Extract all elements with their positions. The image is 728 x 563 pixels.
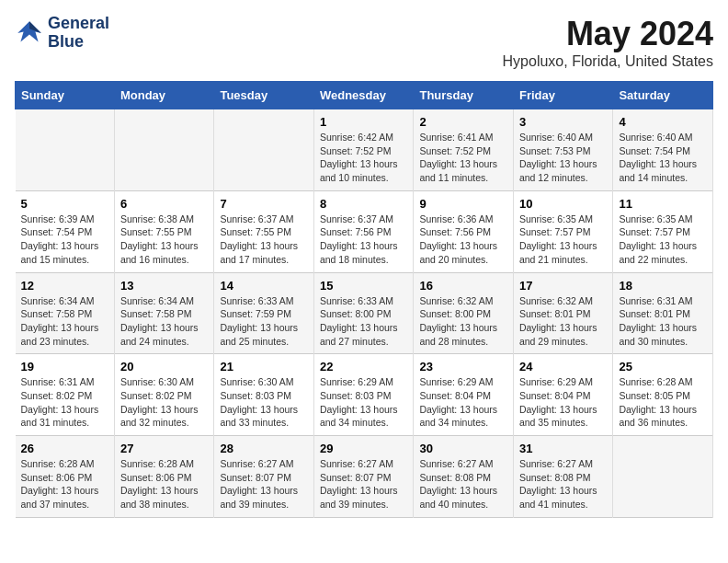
day-info: Sunrise: 6:30 AM Sunset: 8:02 PM Dayligh… [120, 375, 209, 430]
page-title: May 2024 [503, 15, 713, 53]
day-info: Sunrise: 6:32 AM Sunset: 8:01 PM Dayligh… [519, 294, 608, 349]
calendar-cell: 18Sunrise: 6:31 AM Sunset: 8:01 PM Dayli… [613, 272, 713, 354]
day-info: Sunrise: 6:33 AM Sunset: 8:00 PM Dayligh… [320, 294, 408, 349]
day-number: 5 [21, 197, 108, 211]
day-number: 16 [419, 279, 507, 293]
day-info: Sunrise: 6:27 AM Sunset: 8:08 PM Dayligh… [419, 457, 507, 511]
day-info: Sunrise: 6:34 AM Sunset: 7:58 PM Dayligh… [21, 294, 108, 349]
calendar-cell: 12Sunrise: 6:34 AM Sunset: 7:58 PM Dayli… [16, 272, 115, 354]
calendar-cell [114, 109, 214, 191]
calendar-week-row: 12Sunrise: 6:34 AM Sunset: 7:58 PM Dayli… [16, 272, 713, 354]
calendar-cell: 1Sunrise: 6:42 AM Sunset: 7:52 PM Daylig… [313, 109, 414, 191]
day-info: Sunrise: 6:36 AM Sunset: 7:56 PM Dayligh… [419, 213, 507, 267]
calendar-week-row: 19Sunrise: 6:31 AM Sunset: 8:02 PM Dayli… [16, 354, 713, 436]
day-number: 12 [21, 279, 108, 293]
calendar-cell: 30Sunrise: 6:27 AM Sunset: 8:08 PM Dayli… [414, 436, 514, 518]
calendar-cell: 13Sunrise: 6:34 AM Sunset: 7:58 PM Dayli… [114, 272, 214, 354]
calendar-cell: 15Sunrise: 6:33 AM Sunset: 8:00 PM Dayli… [313, 272, 414, 354]
day-info: Sunrise: 6:42 AM Sunset: 7:52 PM Dayligh… [320, 131, 408, 185]
calendar-cell [613, 436, 713, 518]
page-subtitle: Hypoluxo, Florida, United States [503, 53, 713, 70]
weekday-header-wednesday: Wednesday [313, 82, 414, 109]
logo-icon [15, 18, 44, 48]
weekday-header-sunday: Sunday [16, 82, 115, 109]
calendar-cell: 14Sunrise: 6:33 AM Sunset: 7:59 PM Dayli… [214, 272, 314, 354]
calendar-cell: 24Sunrise: 6:29 AM Sunset: 8:04 PM Dayli… [513, 354, 613, 436]
day-number: 30 [419, 442, 507, 455]
calendar-cell: 22Sunrise: 6:29 AM Sunset: 8:03 PM Dayli… [313, 354, 414, 436]
day-info: Sunrise: 6:34 AM Sunset: 7:58 PM Dayligh… [120, 294, 209, 349]
calendar-week-row: 5Sunrise: 6:39 AM Sunset: 7:54 PM Daylig… [16, 190, 713, 272]
day-number: 26 [21, 442, 108, 455]
day-number: 8 [320, 197, 408, 211]
day-number: 3 [519, 115, 608, 129]
day-info: Sunrise: 6:27 AM Sunset: 8:07 PM Dayligh… [320, 457, 408, 511]
day-info: Sunrise: 6:31 AM Sunset: 8:01 PM Dayligh… [619, 294, 707, 349]
day-number: 11 [619, 197, 707, 211]
calendar-cell: 8Sunrise: 6:37 AM Sunset: 7:56 PM Daylig… [313, 190, 414, 272]
calendar-cell: 29Sunrise: 6:27 AM Sunset: 8:07 PM Dayli… [313, 436, 414, 518]
day-number: 24 [519, 360, 608, 373]
day-info: Sunrise: 6:31 AM Sunset: 8:02 PM Dayligh… [21, 375, 108, 430]
day-info: Sunrise: 6:29 AM Sunset: 8:04 PM Dayligh… [519, 375, 608, 430]
calendar-cell: 10Sunrise: 6:35 AM Sunset: 7:57 PM Dayli… [513, 190, 613, 272]
day-info: Sunrise: 6:32 AM Sunset: 8:00 PM Dayligh… [419, 294, 507, 349]
calendar-cell: 9Sunrise: 6:36 AM Sunset: 7:56 PM Daylig… [414, 190, 514, 272]
calendar-cell: 2Sunrise: 6:41 AM Sunset: 7:52 PM Daylig… [414, 109, 514, 191]
day-number: 27 [120, 442, 209, 455]
day-number: 18 [619, 279, 707, 293]
calendar-cell: 28Sunrise: 6:27 AM Sunset: 8:07 PM Dayli… [214, 436, 314, 518]
calendar-cell: 3Sunrise: 6:40 AM Sunset: 7:53 PM Daylig… [513, 109, 613, 191]
day-info: Sunrise: 6:33 AM Sunset: 7:59 PM Dayligh… [220, 294, 308, 349]
day-info: Sunrise: 6:30 AM Sunset: 8:03 PM Dayligh… [220, 375, 308, 430]
day-number: 10 [519, 197, 608, 211]
day-number: 19 [21, 360, 108, 373]
calendar-cell: 20Sunrise: 6:30 AM Sunset: 8:02 PM Dayli… [114, 354, 214, 436]
day-number: 20 [120, 360, 209, 373]
calendar-cell [214, 109, 314, 191]
day-number: 25 [619, 360, 707, 373]
calendar-cell: 19Sunrise: 6:31 AM Sunset: 8:02 PM Dayli… [16, 354, 115, 436]
day-number: 29 [320, 442, 408, 455]
day-number: 2 [419, 115, 507, 129]
calendar-cell: 23Sunrise: 6:29 AM Sunset: 8:04 PM Dayli… [414, 354, 514, 436]
calendar-cell: 25Sunrise: 6:28 AM Sunset: 8:05 PM Dayli… [613, 354, 713, 436]
day-info: Sunrise: 6:28 AM Sunset: 8:05 PM Dayligh… [619, 375, 707, 430]
day-number: 15 [320, 279, 408, 293]
calendar-cell: 11Sunrise: 6:35 AM Sunset: 7:57 PM Dayli… [613, 190, 713, 272]
calendar-week-row: 26Sunrise: 6:28 AM Sunset: 8:06 PM Dayli… [16, 436, 713, 518]
calendar-cell: 31Sunrise: 6:27 AM Sunset: 8:08 PM Dayli… [513, 436, 613, 518]
calendar-cell [16, 109, 115, 191]
calendar-cell: 4Sunrise: 6:40 AM Sunset: 7:54 PM Daylig… [613, 109, 713, 191]
day-number: 13 [120, 279, 209, 293]
calendar-cell: 17Sunrise: 6:32 AM Sunset: 8:01 PM Dayli… [513, 272, 613, 354]
day-number: 4 [619, 115, 707, 129]
calendar-cell: 21Sunrise: 6:30 AM Sunset: 8:03 PM Dayli… [214, 354, 314, 436]
day-info: Sunrise: 6:29 AM Sunset: 8:04 PM Dayligh… [419, 375, 507, 430]
day-number: 6 [120, 197, 209, 211]
calendar-table: SundayMondayTuesdayWednesdayThursdayFrid… [15, 81, 713, 518]
weekday-header-friday: Friday [513, 82, 613, 109]
calendar-week-row: 1Sunrise: 6:42 AM Sunset: 7:52 PM Daylig… [16, 109, 713, 191]
logo-text: General Blue [48, 15, 109, 52]
day-info: Sunrise: 6:27 AM Sunset: 8:07 PM Dayligh… [220, 457, 308, 511]
day-number: 9 [419, 197, 507, 211]
day-info: Sunrise: 6:37 AM Sunset: 7:55 PM Dayligh… [220, 213, 308, 267]
day-info: Sunrise: 6:35 AM Sunset: 7:57 PM Dayligh… [619, 213, 707, 267]
day-info: Sunrise: 6:37 AM Sunset: 7:56 PM Dayligh… [320, 213, 408, 267]
day-info: Sunrise: 6:39 AM Sunset: 7:54 PM Dayligh… [21, 213, 108, 267]
logo: General Blue [15, 15, 109, 52]
weekday-header-tuesday: Tuesday [214, 82, 314, 109]
weekday-header-saturday: Saturday [613, 82, 713, 109]
day-number: 23 [419, 360, 507, 373]
day-info: Sunrise: 6:38 AM Sunset: 7:55 PM Dayligh… [120, 213, 209, 267]
day-number: 31 [519, 442, 608, 455]
calendar-cell: 6Sunrise: 6:38 AM Sunset: 7:55 PM Daylig… [114, 190, 214, 272]
calendar-cell: 26Sunrise: 6:28 AM Sunset: 8:06 PM Dayli… [16, 436, 115, 518]
calendar-cell: 16Sunrise: 6:32 AM Sunset: 8:00 PM Dayli… [414, 272, 514, 354]
day-info: Sunrise: 6:27 AM Sunset: 8:08 PM Dayligh… [519, 457, 608, 511]
weekday-header-row: SundayMondayTuesdayWednesdayThursdayFrid… [16, 82, 713, 109]
day-info: Sunrise: 6:35 AM Sunset: 7:57 PM Dayligh… [519, 213, 608, 267]
day-number: 7 [220, 197, 308, 211]
day-number: 21 [220, 360, 308, 373]
